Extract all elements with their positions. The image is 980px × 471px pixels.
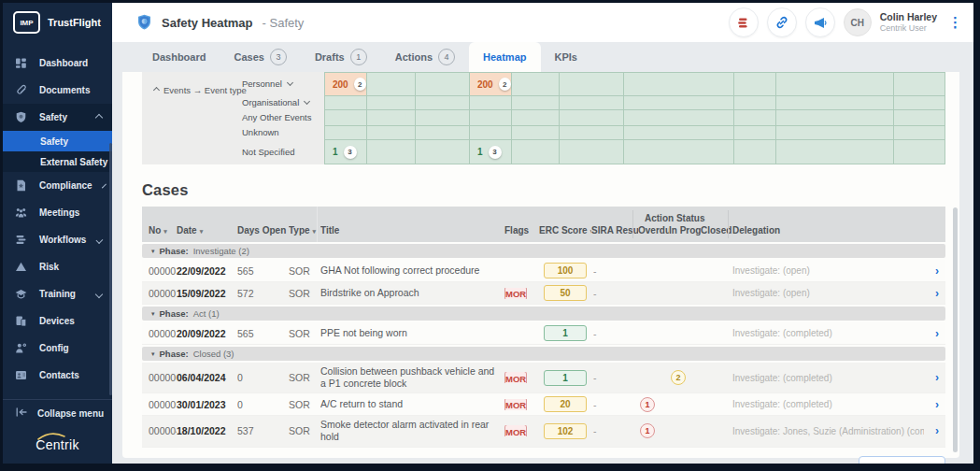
heatmap-cell[interactable]	[512, 96, 559, 109]
sidebar-item-meetings[interactable]: Meetings	[3, 199, 112, 226]
tab-kpis[interactable]: KPIs	[541, 42, 591, 72]
sidebar-item-safety[interactable]: Safety	[3, 104, 112, 131]
heatmap-cell[interactable]	[624, 110, 733, 125]
case-row-000003[interactable]: 00000322/09/2022565SORGHA Not following …	[142, 260, 945, 282]
heatmap-cell[interactable]	[734, 110, 775, 125]
heatmap-cell[interactable]: 2002	[325, 73, 366, 95]
heatmap-axis-toggle[interactable]: Events → Event type	[154, 85, 247, 95]
tab-cases[interactable]: Cases3	[220, 42, 300, 72]
heatmap-cell[interactable]: 13	[470, 140, 511, 164]
tab-dashboard[interactable]: Dashboard	[138, 42, 220, 72]
phase-group-header-act-1[interactable]: ▾Phase:Act (1)	[142, 307, 945, 321]
heatmap-cell[interactable]	[325, 96, 366, 109]
heatmap-cell[interactable]	[470, 110, 511, 125]
heatmap-cell[interactable]	[734, 73, 775, 95]
tab-heatmap[interactable]: Heatmap	[469, 42, 540, 72]
column-header-erc-score[interactable]: ERC Score▾	[539, 225, 591, 236]
heatmap-cell[interactable]	[325, 110, 366, 125]
user-info[interactable]: Colin Harley Centrik User	[880, 11, 937, 33]
heatmap-cell[interactable]	[512, 126, 559, 139]
heatmap-cell[interactable]	[624, 96, 733, 109]
row-chevron-icon[interactable]: ›	[924, 371, 941, 384]
row-chevron-icon[interactable]: ›	[924, 287, 941, 300]
heatmap-cell[interactable]	[512, 73, 559, 95]
database-button[interactable]	[729, 7, 759, 37]
heatmap-cell[interactable]	[512, 110, 559, 125]
heatmap-cell[interactable]	[624, 126, 733, 139]
column-header-no[interactable]: No▾	[149, 225, 177, 236]
tab-drafts[interactable]: Drafts1	[301, 42, 381, 72]
column-header-days-open[interactable]: Days Open▾	[237, 225, 289, 236]
case-row-000005[interactable]: 00000530/01/20230SORA/C return to standM…	[142, 393, 945, 416]
heatmap-cell[interactable]	[367, 73, 415, 95]
heatmap-cell[interactable]	[734, 126, 775, 139]
heatmap-cell[interactable]	[894, 110, 944, 125]
heatmap-cell[interactable]	[416, 140, 469, 164]
case-row-000006[interactable]: 00000606/04/20240SORCollision between pu…	[142, 363, 945, 393]
heatmap-cell[interactable]	[894, 140, 944, 164]
page-scrollbar[interactable]	[953, 207, 958, 452]
heatmap-cell[interactable]	[776, 140, 893, 164]
announcements-button[interactable]	[805, 7, 835, 37]
row-chevron-icon[interactable]: ›	[924, 327, 941, 340]
heatmap-cell[interactable]	[560, 140, 623, 164]
heatmap-cell[interactable]	[560, 96, 623, 109]
heatmap-cell[interactable]	[367, 126, 415, 139]
heatmap-cell[interactable]	[367, 140, 415, 164]
case-row-000001[interactable]: 00000115/09/2022572SORBirdstrike on Appr…	[142, 282, 945, 305]
heatmap-cell[interactable]	[512, 140, 559, 164]
heatmap-cell[interactable]	[470, 126, 511, 139]
row-chevron-icon[interactable]: ›	[924, 398, 941, 411]
heatmap-cell[interactable]	[367, 96, 415, 109]
heatmap-cell[interactable]	[624, 140, 733, 164]
column-header-date[interactable]: Date▾	[177, 225, 237, 236]
sidebar-item-risk[interactable]: Risk	[3, 253, 112, 280]
heatmap-cell[interactable]	[416, 126, 469, 139]
case-row-000004[interactable]: 00000418/10/2022537SORSmoke detector ala…	[142, 416, 945, 447]
heatmap-cell[interactable]	[624, 73, 733, 95]
column-header-type[interactable]: Type▾	[289, 225, 320, 236]
heatmap-cell[interactable]	[560, 126, 623, 139]
heatmap-cell[interactable]	[734, 140, 775, 164]
sidebar-item-training[interactable]: Training	[3, 280, 112, 307]
sidebar-subitem-external-safety[interactable]: External Safety	[3, 151, 112, 172]
sidebar-item-contacts[interactable]: Contacts	[3, 362, 112, 389]
heatmap-row-label-organisational[interactable]: Organisational	[242, 95, 324, 109]
sidebar-item-dashboard[interactable]: Dashboard	[3, 50, 112, 77]
heatmap-cell[interactable]	[776, 126, 893, 139]
heatmap-cell[interactable]	[416, 110, 469, 125]
heatmap-cell[interactable]	[776, 73, 893, 95]
sidebar-item-documents[interactable]: Documents	[3, 77, 112, 104]
heatmap-cell[interactable]	[776, 96, 893, 109]
heatmap-cell[interactable]	[325, 126, 366, 139]
phase-group-header-closed-3[interactable]: ▾Phase:Closed (3)	[142, 347, 945, 361]
sidebar-item-workflows[interactable]: Workflows	[3, 226, 112, 253]
heatmap-cell[interactable]	[894, 73, 944, 95]
heatmap-cell[interactable]: 2002	[470, 73, 511, 95]
heatmap-row-label-personnel[interactable]: Personnel	[242, 72, 324, 95]
heatmap-cell[interactable]	[416, 96, 469, 109]
kebab-menu-icon[interactable]: ⋮	[948, 14, 962, 31]
heatmap-cell[interactable]	[416, 73, 469, 95]
row-chevron-icon[interactable]: ›	[924, 424, 941, 437]
sidebar-subitem-safety[interactable]: Safety	[3, 131, 112, 151]
heatmap-cell[interactable]	[894, 96, 944, 109]
heatmap-cell[interactable]: 13	[325, 140, 366, 164]
user-avatar[interactable]: CH	[844, 8, 872, 36]
brand-logo[interactable]: IMP TrustFlight	[3, 3, 112, 42]
phase-group-header-investigate-2[interactable]: ▾Phase:Investigate (2)	[142, 244, 945, 258]
row-chevron-icon[interactable]: ›	[924, 264, 941, 278]
sidebar-item-config[interactable]: Config	[3, 335, 112, 362]
heatmap-cell[interactable]	[734, 96, 775, 109]
heatmap-cell[interactable]	[560, 73, 623, 95]
heatmap-cell[interactable]	[560, 110, 623, 125]
sidebar-item-compliance[interactable]: Compliance	[3, 172, 112, 199]
heatmap-cell[interactable]	[470, 96, 511, 109]
sidebar-item-devices[interactable]: Devices	[3, 307, 112, 335]
collapse-menu-button[interactable]: Collapse menu	[3, 400, 112, 426]
link-button[interactable]	[767, 7, 797, 37]
tab-actions[interactable]: Actions4	[381, 42, 469, 72]
heatmap-cell[interactable]	[894, 126, 944, 139]
case-row-000002[interactable]: 00000220/09/2022565SORPPE not being worn…	[142, 322, 945, 345]
heatmap-cell[interactable]	[367, 110, 415, 125]
